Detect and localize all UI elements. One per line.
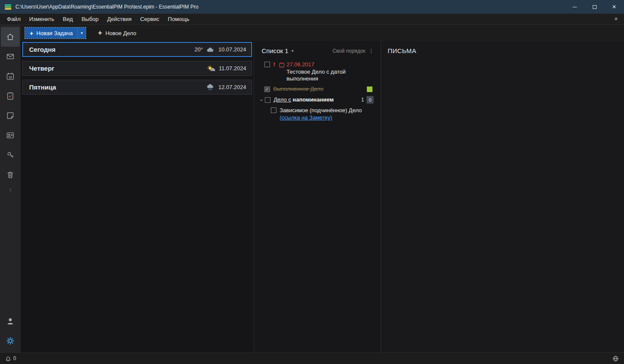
menu-bar: Файл Изменить Вид Выбор Действия Сервис …	[0, 14, 624, 25]
menu-service[interactable]: Сервис	[136, 14, 164, 24]
menu-view[interactable]: Вид	[59, 14, 78, 24]
new-todo-button[interactable]: + Новое Дело	[94, 27, 141, 39]
task-content: ! 27.06.2017 Тестовое Дело с датой выпол…	[273, 61, 376, 82]
tasks-icon	[6, 92, 15, 100]
title-bar: C:\Users\User\AppData\Roaming\EssentialP…	[0, 0, 624, 14]
contacts-icon	[6, 131, 15, 140]
new-task-button[interactable]: + Новая Задача	[25, 27, 78, 39]
notifications-bell-icon[interactable]	[5, 355, 11, 362]
menu-select[interactable]: Выбор	[77, 14, 103, 24]
day-meta: 12.07.2024	[206, 84, 246, 91]
day-row-friday[interactable]: Пятница 12.07.2024	[22, 80, 252, 95]
sidebar-item-tasks[interactable]	[1, 86, 20, 106]
maximize-button[interactable]	[585, 0, 604, 14]
menu-actions[interactable]: Действия	[103, 14, 136, 24]
user-icon	[6, 317, 15, 325]
trash-icon	[6, 170, 15, 179]
menubar-close-icon[interactable]: ✕	[608, 16, 624, 22]
minimize-button[interactable]	[565, 0, 585, 14]
cloudy-icon	[206, 47, 215, 53]
task-row-reminder[interactable]: Дело с напоминанием 1 0	[258, 96, 376, 104]
today-panel: Сегодня 20° 10.07.2024 Четверг	[21, 41, 254, 352]
sidebar-item-notes[interactable]	[1, 106, 20, 125]
due-date: 27.06.2017	[287, 61, 315, 68]
notifications-count: 0	[13, 355, 16, 361]
due-date-calendar-icon	[279, 62, 285, 68]
task-checkbox[interactable]	[264, 62, 270, 67]
sidebar-item-user[interactable]	[1, 311, 20, 331]
settings-gear-icon	[6, 337, 15, 345]
minimize-icon	[573, 7, 577, 7]
sidebar-item-contacts[interactable]	[1, 125, 20, 145]
collapse-chevron-icon[interactable]	[258, 98, 264, 102]
sidebar-item-mail[interactable]	[1, 47, 20, 66]
workspace: 10	[0, 25, 624, 352]
main-column: + Новая Задача ▾ + Новое Дело Сегодня 20…	[21, 25, 624, 352]
task-row-completed[interactable]: ✓ Выполненное Дело	[258, 86, 376, 92]
menu-help[interactable]: Помощь	[164, 14, 194, 24]
sidebar-expand-button[interactable]	[1, 185, 20, 196]
day-meta: 20° 10.07.2024	[195, 46, 246, 53]
day-date: 10.07.2024	[218, 46, 246, 53]
module-sidebar: 10	[0, 25, 21, 352]
sidebar-item-passwords[interactable]	[1, 145, 20, 165]
task-checkbox[interactable]	[265, 97, 270, 103]
task-title-linked: Дело с	[274, 96, 291, 103]
new-task-dropdown-button[interactable]: ▾	[78, 27, 86, 39]
dropdown-arrow-icon[interactable]: ▾	[291, 48, 294, 53]
check-icon: ✓	[265, 86, 269, 93]
day-name: Пятница	[29, 84, 56, 91]
day-row-thursday[interactable]: Четверг 11.07.2024	[22, 61, 252, 76]
plus-icon: +	[98, 30, 102, 36]
new-task-split-button: + Новая Задача ▾	[24, 27, 86, 39]
mail-panel-title: ПИСЬМА	[388, 47, 618, 54]
close-icon: ✕	[612, 4, 616, 10]
plus-icon: +	[30, 30, 33, 36]
content-panels: Сегодня 20° 10.07.2024 Четверг	[21, 41, 624, 352]
sidebar-item-calendar[interactable]: 10	[1, 66, 20, 86]
day-row-today[interactable]: Сегодня 20° 10.07.2024	[22, 42, 252, 57]
sidebar-item-trash[interactable]	[1, 165, 20, 185]
day-meta: 11.07.2024	[207, 65, 246, 72]
task-checkbox-checked[interactable]: ✓	[264, 87, 270, 92]
note-link[interactable]: (ссылка на Заметку)	[280, 114, 333, 121]
task-checkbox[interactable]	[271, 107, 276, 113]
notes-icon	[6, 111, 15, 120]
mail-icon	[6, 52, 15, 61]
task-row-overdue[interactable]: ! 27.06.2017 Тестовое Дело с датой выпол…	[258, 61, 376, 82]
task-row-child[interactable]: Зависимое (подчинённое) Дело (ссылка на …	[258, 107, 376, 121]
day-name: Сегодня	[29, 46, 56, 53]
tasks-panel: Список 1 ▾ Свой порядок ⋮ !	[254, 41, 381, 352]
sidebar-item-today[interactable]	[1, 27, 20, 47]
globe-icon[interactable]	[612, 355, 619, 362]
task-meta-line: ! 27.06.2017	[273, 61, 376, 68]
task-title: Дело с напоминанием	[274, 96, 334, 103]
mail-panel: ПИСЬМА	[381, 41, 624, 352]
dropdown-arrow-icon: ▾	[81, 31, 83, 35]
status-bar: 0	[0, 352, 624, 364]
task-title: Тестовое Дело с датой выполнения	[287, 69, 376, 82]
essentialpim-window: { "window": { "title": "C:\\Users\\User\…	[0, 0, 624, 364]
maximize-icon	[593, 5, 597, 9]
kebab-menu-icon[interactable]: ⋮	[369, 48, 375, 54]
subtask-count: 1	[361, 96, 364, 103]
sort-order-selector[interactable]: Свой порядок	[333, 48, 366, 54]
priority-icon: !	[273, 61, 277, 68]
rain-icon	[206, 84, 215, 91]
home-icon	[6, 33, 15, 41]
temperature: 20°	[195, 46, 203, 53]
key-icon	[6, 151, 15, 159]
partly-sunny-icon	[207, 65, 215, 72]
window-title: C:\Users\User\AppData\Roaming\EssentialP…	[15, 4, 198, 10]
reminder-badge: 0	[366, 96, 373, 104]
sidebar-item-settings[interactable]	[1, 331, 20, 351]
task-list-selector[interactable]: Список 1	[262, 47, 288, 54]
app-logo-icon	[4, 3, 12, 10]
task-title: Выполненное Дело	[273, 86, 324, 92]
toolbar: + Новая Задача ▾ + Новое Дело	[21, 25, 624, 41]
task-title: Зависимое (подчинённое) Дело	[280, 107, 362, 114]
menu-edit[interactable]: Изменить	[25, 14, 59, 24]
close-button[interactable]: ✕	[604, 0, 624, 14]
day-date: 12.07.2024	[218, 84, 246, 90]
menu-file[interactable]: Файл	[3, 14, 25, 24]
